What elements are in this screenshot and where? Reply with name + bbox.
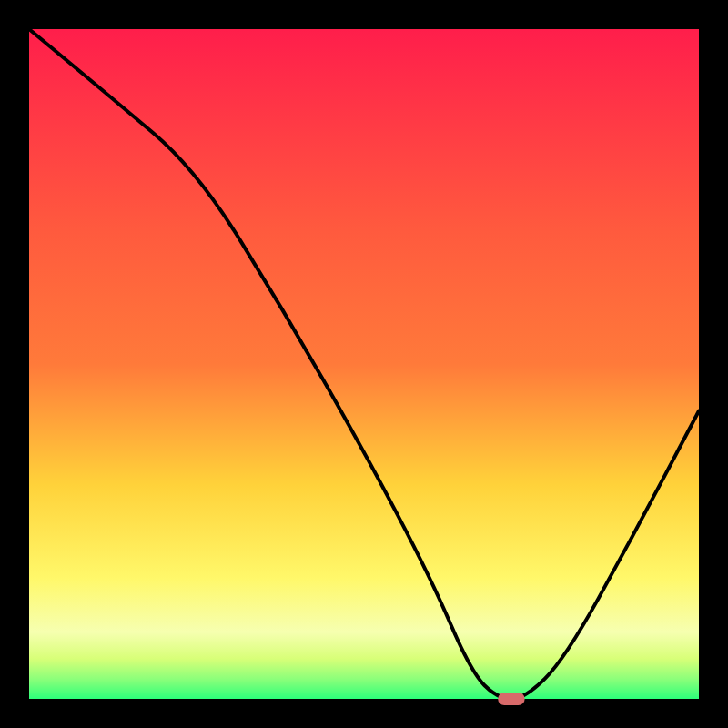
bottleneck-marker [498,693,524,705]
chart-stage: TheBottleneck.com [0,0,728,728]
bottleneck-chart [0,0,728,728]
